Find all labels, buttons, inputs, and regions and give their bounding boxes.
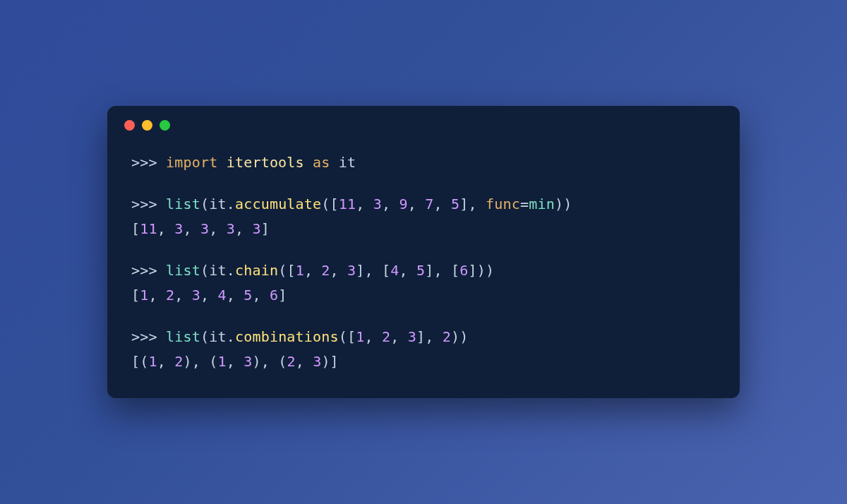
bracket: [(: [131, 353, 148, 370]
code-line-chain-call: >>> list(it.chain([1, 2, 3], [4, 5], [6]…: [131, 258, 716, 283]
comma: ,: [157, 353, 174, 370]
comma: ,: [400, 262, 416, 279]
close-paren: )): [555, 196, 572, 212]
number: 5: [244, 287, 252, 304]
number: 2: [382, 328, 390, 345]
number: 3: [313, 353, 321, 370]
kwarg-func: func: [486, 196, 520, 212]
minimize-icon[interactable]: [142, 120, 152, 131]
number: 3: [408, 328, 416, 345]
object-it: it: [209, 328, 226, 345]
tuple-sep: ), (: [183, 353, 217, 370]
comma: ,: [365, 328, 382, 345]
comma: ,: [149, 287, 166, 304]
object-it: it: [209, 262, 226, 279]
code-line-import: >>> import itertools as it: [131, 150, 716, 175]
number: 3: [244, 353, 252, 370]
comma: ,: [157, 220, 174, 237]
number: 9: [400, 196, 408, 212]
code-line-chain-result: [1, 2, 3, 4, 5, 6]: [131, 283, 716, 308]
repl-prompt: >>>: [131, 196, 166, 212]
builtin-list: list: [166, 262, 200, 279]
open-args: ([: [321, 196, 338, 212]
builtin-list: list: [166, 328, 200, 345]
comma: ,: [304, 262, 321, 279]
number: 3: [252, 220, 260, 237]
comma: ,: [227, 353, 244, 370]
close-paren: ])): [469, 262, 495, 279]
comma: ,: [356, 196, 373, 212]
number: 2: [443, 328, 451, 345]
comma: ,: [296, 353, 313, 370]
comma: ,: [200, 287, 217, 304]
comma: ,: [252, 287, 269, 304]
comma: ,: [330, 262, 347, 279]
repl-prompt: >>>: [131, 328, 166, 345]
builtin-min: min: [529, 196, 555, 212]
code-line-accumulate-result: [11, 3, 3, 3, 3]: [131, 217, 716, 241]
space: [217, 154, 226, 171]
number: 3: [373, 196, 382, 212]
number: 2: [174, 353, 183, 370]
number: 1: [296, 262, 304, 279]
number: 3: [227, 220, 235, 237]
number: 3: [347, 262, 356, 279]
paren: (: [200, 196, 209, 212]
alias-name: it: [339, 154, 356, 171]
terminal-window: >>> import itertools as it>>> list(it.ac…: [107, 106, 740, 398]
number: 6: [270, 287, 278, 304]
method-combinations: combinations: [235, 328, 339, 345]
comma: ,: [235, 220, 252, 237]
comma: ,: [227, 287, 244, 304]
number: 2: [287, 353, 295, 370]
method-chain: chain: [235, 262, 278, 279]
dot: .: [227, 262, 235, 279]
between-lists: ], [: [356, 262, 390, 279]
code-line-combinations-call: >>> list(it.combinations([1, 2, 3], 2)): [131, 325, 716, 349]
number: 11: [140, 220, 157, 237]
keyword-as: as: [313, 154, 330, 171]
window-titlebar: [107, 106, 740, 138]
method-accumulate: accumulate: [235, 196, 321, 212]
bracket: )]: [321, 353, 338, 370]
number: 5: [416, 262, 425, 279]
paren: (: [200, 328, 209, 345]
close-icon[interactable]: [124, 120, 135, 131]
builtin-list: list: [166, 196, 200, 212]
bracket: ]: [278, 287, 287, 304]
object-it: it: [209, 196, 226, 212]
close-args: ],: [459, 196, 486, 212]
space: [330, 154, 339, 171]
comma: ,: [382, 196, 399, 212]
maximize-icon[interactable]: [160, 120, 170, 131]
space: [304, 154, 313, 171]
number: 2: [321, 262, 330, 279]
keyword-import: import: [166, 154, 217, 171]
blank-line: [131, 308, 716, 325]
number: 11: [339, 196, 356, 212]
paren: (: [200, 262, 209, 279]
number: 1: [217, 353, 226, 370]
number: 3: [200, 220, 209, 237]
open-args: ([: [339, 328, 356, 345]
number: 2: [166, 287, 174, 304]
code-area[interactable]: >>> import itertools as it>>> list(it.ac…: [107, 138, 740, 380]
comma: ,: [209, 220, 226, 237]
between-lists: ], [: [425, 262, 459, 279]
blank-line: [131, 175, 716, 192]
number: 1: [140, 287, 148, 304]
open-args: ([: [278, 262, 295, 279]
number: 4: [217, 287, 226, 304]
blank-line: [131, 241, 716, 258]
mid: ],: [416, 328, 443, 345]
code-line-combinations-result: [(1, 2), (1, 3), (2, 3)]: [131, 349, 716, 374]
number: 1: [148, 353, 157, 370]
code-line-accumulate-call: >>> list(it.accumulate([11, 3, 9, 7, 5],…: [131, 192, 716, 217]
comma: ,: [174, 287, 191, 304]
number: 1: [356, 328, 364, 345]
bracket: ]: [261, 220, 270, 237]
comma: ,: [408, 196, 425, 212]
equals: =: [520, 196, 529, 212]
dot: .: [227, 196, 235, 212]
number: 3: [174, 220, 183, 237]
